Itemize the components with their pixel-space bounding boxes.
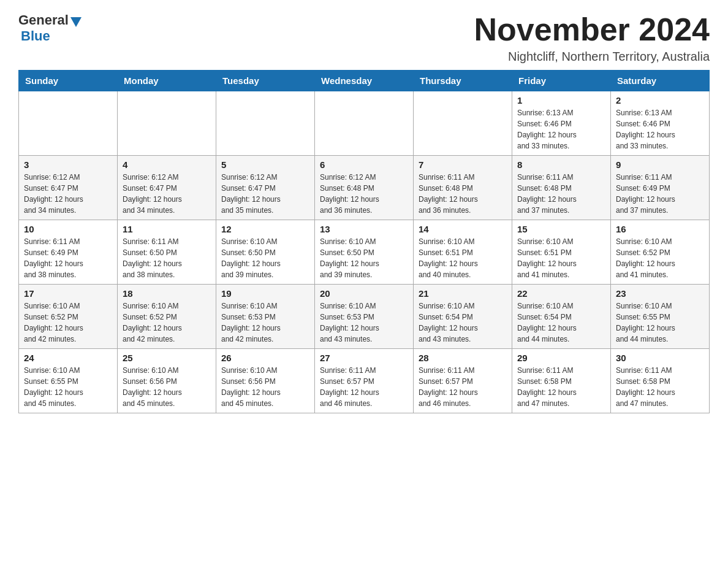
calendar-week-row: 17Sunrise: 6:10 AMSunset: 6:52 PMDayligh… [19,285,710,349]
header-monday: Monday [118,71,216,91]
header-saturday: Saturday [611,71,710,91]
day-number: 6 [320,159,408,170]
header-sunday: Sunday [19,71,118,91]
day-info: Sunrise: 6:10 AMSunset: 6:53 PMDaylight:… [320,301,408,345]
day-info: Sunrise: 6:11 AMSunset: 6:58 PMDaylight:… [517,365,605,409]
day-info: Sunrise: 6:11 AMSunset: 6:57 PMDaylight:… [320,365,408,409]
day-number: 17 [24,288,112,299]
day-info: Sunrise: 6:10 AMSunset: 6:50 PMDaylight:… [320,236,408,280]
day-info: Sunrise: 6:11 AMSunset: 6:48 PMDaylight:… [517,172,605,216]
day-info: Sunrise: 6:10 AMSunset: 6:51 PMDaylight:… [419,236,507,280]
calendar-cell [118,91,216,156]
calendar-cell: 16Sunrise: 6:10 AMSunset: 6:52 PMDayligh… [611,220,710,285]
calendar-cell: 2Sunrise: 6:13 AMSunset: 6:46 PMDaylight… [611,91,710,156]
calendar-cell [414,91,512,156]
header-thursday: Thursday [414,71,512,91]
day-number: 16 [616,224,704,234]
day-number: 27 [320,353,408,363]
page-header: General Blue November 2024 Nightcliff, N… [18,12,710,64]
day-number: 12 [221,224,309,234]
location-subtitle: Nightcliff, Northern Territory, Australi… [474,50,710,64]
day-number: 28 [419,353,507,363]
day-number: 15 [517,224,605,234]
calendar-cell: 24Sunrise: 6:10 AMSunset: 6:55 PMDayligh… [19,349,118,413]
calendar-week-row: 24Sunrise: 6:10 AMSunset: 6:55 PMDayligh… [19,349,710,413]
header-wednesday: Wednesday [315,71,414,91]
day-info: Sunrise: 6:12 AMSunset: 6:47 PMDaylight:… [24,172,112,216]
calendar-cell: 1Sunrise: 6:13 AMSunset: 6:46 PMDaylight… [512,91,611,156]
day-info: Sunrise: 6:11 AMSunset: 6:48 PMDaylight:… [419,172,507,216]
day-info: Sunrise: 6:12 AMSunset: 6:47 PMDaylight:… [123,172,211,216]
day-number: 13 [320,224,408,234]
day-info: Sunrise: 6:11 AMSunset: 6:57 PMDaylight:… [419,365,507,409]
calendar-cell: 28Sunrise: 6:11 AMSunset: 6:57 PMDayligh… [414,349,512,413]
calendar-cell: 19Sunrise: 6:10 AMSunset: 6:53 PMDayligh… [216,285,315,349]
day-info: Sunrise: 6:10 AMSunset: 6:56 PMDaylight:… [123,365,211,409]
day-info: Sunrise: 6:10 AMSunset: 6:51 PMDaylight:… [517,236,605,280]
day-number: 9 [616,159,704,170]
calendar-cell: 30Sunrise: 6:11 AMSunset: 6:58 PMDayligh… [611,349,710,413]
day-number: 2 [616,95,704,105]
day-info: Sunrise: 6:10 AMSunset: 6:54 PMDaylight:… [517,301,605,345]
calendar-cell [19,91,118,156]
day-number: 7 [419,159,507,170]
calendar-cell: 27Sunrise: 6:11 AMSunset: 6:57 PMDayligh… [315,349,414,413]
header-friday: Friday [512,71,611,91]
day-info: Sunrise: 6:10 AMSunset: 6:52 PMDaylight:… [24,301,112,345]
calendar-cell: 18Sunrise: 6:10 AMSunset: 6:52 PMDayligh… [118,285,216,349]
calendar-cell: 22Sunrise: 6:10 AMSunset: 6:54 PMDayligh… [512,285,611,349]
day-number: 26 [221,353,309,363]
calendar-cell [216,91,315,156]
month-title: November 2024 [474,12,710,47]
calendar-cell: 5Sunrise: 6:12 AMSunset: 6:47 PMDaylight… [216,156,315,220]
day-info: Sunrise: 6:10 AMSunset: 6:53 PMDaylight:… [221,301,309,345]
day-info: Sunrise: 6:10 AMSunset: 6:52 PMDaylight:… [123,301,211,345]
day-number: 5 [221,159,309,170]
day-number: 29 [517,353,605,363]
calendar-week-row: 1Sunrise: 6:13 AMSunset: 6:46 PMDaylight… [19,91,710,156]
day-info: Sunrise: 6:10 AMSunset: 6:55 PMDaylight:… [616,301,704,345]
calendar-cell: 20Sunrise: 6:10 AMSunset: 6:53 PMDayligh… [315,285,414,349]
calendar-cell: 21Sunrise: 6:10 AMSunset: 6:54 PMDayligh… [414,285,512,349]
day-number: 3 [24,159,112,170]
day-number: 30 [616,353,704,363]
calendar-cell: 23Sunrise: 6:10 AMSunset: 6:55 PMDayligh… [611,285,710,349]
header-tuesday: Tuesday [216,71,315,91]
day-number: 20 [320,288,408,299]
day-number: 1 [517,95,605,105]
day-info: Sunrise: 6:10 AMSunset: 6:52 PMDaylight:… [616,236,704,280]
day-number: 19 [221,288,309,299]
day-number: 10 [24,224,112,234]
calendar-cell: 7Sunrise: 6:11 AMSunset: 6:48 PMDaylight… [414,156,512,220]
calendar-cell: 29Sunrise: 6:11 AMSunset: 6:58 PMDayligh… [512,349,611,413]
calendar-table: SundayMondayTuesdayWednesdayThursdayFrid… [18,70,710,413]
day-number: 25 [123,353,211,363]
calendar-cell: 6Sunrise: 6:12 AMSunset: 6:48 PMDaylight… [315,156,414,220]
day-number: 22 [517,288,605,299]
day-info: Sunrise: 6:11 AMSunset: 6:49 PMDaylight:… [24,236,112,280]
calendar-cell: 9Sunrise: 6:11 AMSunset: 6:49 PMDaylight… [611,156,710,220]
calendar-cell: 12Sunrise: 6:10 AMSunset: 6:50 PMDayligh… [216,220,315,285]
calendar-cell: 4Sunrise: 6:12 AMSunset: 6:47 PMDaylight… [118,156,216,220]
day-number: 14 [419,224,507,234]
calendar-cell: 13Sunrise: 6:10 AMSunset: 6:50 PMDayligh… [315,220,414,285]
calendar-cell: 17Sunrise: 6:10 AMSunset: 6:52 PMDayligh… [19,285,118,349]
day-number: 23 [616,288,704,299]
day-info: Sunrise: 6:10 AMSunset: 6:56 PMDaylight:… [221,365,309,409]
day-info: Sunrise: 6:10 AMSunset: 6:55 PMDaylight:… [24,365,112,409]
day-info: Sunrise: 6:13 AMSunset: 6:46 PMDaylight:… [616,107,704,151]
day-info: Sunrise: 6:12 AMSunset: 6:48 PMDaylight:… [320,172,408,216]
calendar-cell: 26Sunrise: 6:10 AMSunset: 6:56 PMDayligh… [216,349,315,413]
day-info: Sunrise: 6:10 AMSunset: 6:50 PMDaylight:… [221,236,309,280]
day-number: 8 [517,159,605,170]
calendar-cell: 25Sunrise: 6:10 AMSunset: 6:56 PMDayligh… [118,349,216,413]
day-number: 4 [123,159,211,170]
calendar-cell: 8Sunrise: 6:11 AMSunset: 6:48 PMDaylight… [512,156,611,220]
day-number: 11 [123,224,211,234]
calendar-cell: 11Sunrise: 6:11 AMSunset: 6:50 PMDayligh… [118,220,216,285]
calendar-cell: 3Sunrise: 6:12 AMSunset: 6:47 PMDaylight… [19,156,118,220]
calendar-header-row: SundayMondayTuesdayWednesdayThursdayFrid… [19,71,710,91]
calendar-cell [315,91,414,156]
day-info: Sunrise: 6:11 AMSunset: 6:50 PMDaylight:… [123,236,211,280]
calendar-cell: 10Sunrise: 6:11 AMSunset: 6:49 PMDayligh… [19,220,118,285]
